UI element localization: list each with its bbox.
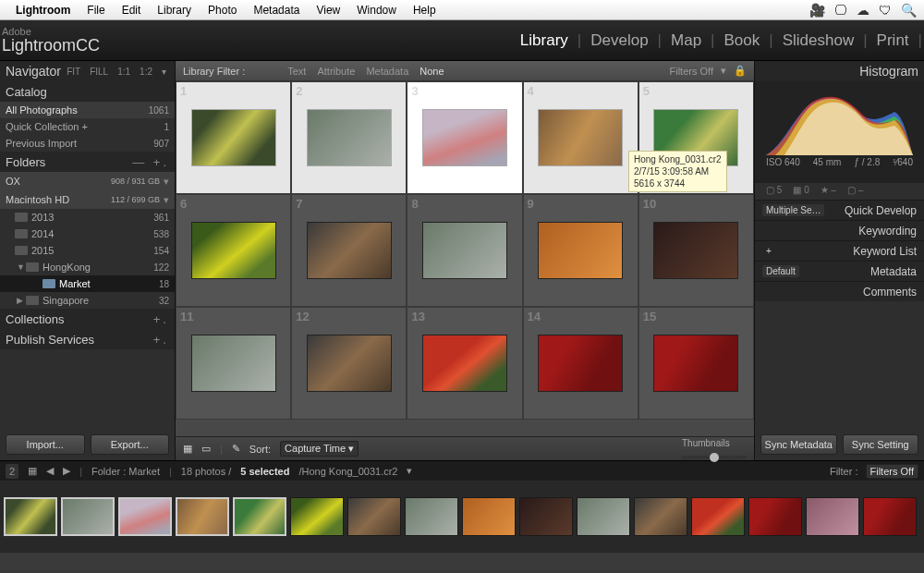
camera-icon[interactable]: 🎥	[809, 3, 825, 18]
sync-metadata-button[interactable]: Sync Metadata	[760, 434, 837, 455]
comments-header[interactable]: Comments	[755, 281, 924, 301]
catalog-all[interactable]: All Photographs1061	[0, 102, 175, 118]
lock-icon[interactable]: 🔒	[734, 65, 747, 77]
grid-cell[interactable]: 4	[523, 81, 638, 194]
folders-plusminus[interactable]: — +.	[132, 155, 169, 169]
next-icon[interactable]: ▶	[63, 465, 70, 477]
painter-icon[interactable]: ✎	[232, 443, 240, 455]
grid-cell[interactable]: 7	[291, 194, 407, 307]
filmstrip-thumb[interactable]	[176, 497, 229, 536]
menu-window[interactable]: Window	[348, 4, 405, 17]
sync-settings-button[interactable]: Sync Setting	[843, 434, 919, 455]
filmstrip-thumb[interactable]	[519, 497, 573, 536]
breadcrumb[interactable]: Folder : Market	[91, 466, 160, 477]
folder-hongkong[interactable]: ▼HongKong122	[0, 259, 175, 275]
menu-help[interactable]: Help	[405, 4, 444, 17]
filmstrip-thumb[interactable]	[347, 497, 401, 536]
chevron-down-icon[interactable]: ▾	[164, 194, 169, 206]
filmstrip-thumb[interactable]	[4, 497, 57, 536]
grid-cell[interactable]: 2	[291, 81, 407, 194]
filmstrip-thumb[interactable]	[691, 497, 745, 536]
grid-cell[interactable]: 11	[176, 307, 291, 420]
filmstrip-thumb[interactable]	[405, 497, 458, 536]
module-develop[interactable]: Develop	[581, 31, 657, 50]
shield-icon[interactable]: 🛡	[879, 3, 892, 18]
folder-2013[interactable]: 2013361	[0, 209, 175, 226]
collections-plus[interactable]: +.	[153, 312, 169, 326]
filter-none[interactable]: None	[419, 66, 444, 77]
app-menu[interactable]: Lightroom	[7, 4, 79, 17]
quick-develop-header[interactable]: Multiple Se…Quick Develop	[755, 200, 924, 220]
filter-attribute[interactable]: Attribute	[317, 66, 355, 77]
filmstrip-thumb[interactable]	[748, 497, 802, 536]
keywording-header[interactable]: Keywording	[755, 220, 924, 240]
loupe-view-icon[interactable]: ▭	[201, 443, 211, 455]
folders-header[interactable]: Folders— +.	[0, 152, 175, 172]
secondary-display-icon[interactable]: 2	[6, 464, 18, 479]
grid-cell[interactable]: 15	[638, 307, 754, 420]
module-slideshow[interactable]: Slideshow	[773, 31, 864, 50]
navigator-header[interactable]: Navigator FIT FILL 1:1 1:2 ▾	[0, 61, 175, 81]
metadata-header[interactable]: DefaultMetadata	[755, 261, 924, 281]
grid-cell-current[interactable]: 3	[407, 81, 522, 194]
module-book[interactable]: Book	[715, 31, 770, 50]
filmstrip-thumb[interactable]	[462, 497, 516, 536]
thumbnail-size-slider[interactable]	[682, 456, 747, 459]
grid-cell[interactable]: 8	[407, 194, 522, 307]
opt-fit[interactable]: FIT	[64, 67, 83, 77]
prev-icon[interactable]: ◀	[46, 465, 54, 477]
folder-market[interactable]: Market18	[0, 275, 175, 292]
catalog-header[interactable]: Catalog	[0, 81, 175, 102]
menu-library[interactable]: Library	[149, 4, 200, 17]
opt-1-1[interactable]: 1:1	[115, 67, 133, 77]
chevron-down-icon[interactable]: ▾	[159, 67, 169, 77]
module-library[interactable]: Library	[511, 31, 578, 50]
module-map[interactable]: Map	[662, 31, 711, 50]
grid-cell[interactable]: 14	[523, 307, 638, 420]
histogram-header[interactable]: Histogram	[755, 61, 924, 81]
menu-photo[interactable]: Photo	[200, 4, 245, 17]
filmstrip-thumb[interactable]	[863, 497, 917, 536]
grid-view-icon[interactable]: ▦	[183, 443, 192, 455]
publish-header[interactable]: Publish Services+.	[0, 329, 175, 349]
keyword-list-header[interactable]: +Keyword List	[755, 240, 924, 261]
chevron-down-icon[interactable]: ▾	[721, 65, 726, 77]
filmstrip-thumb[interactable]	[290, 497, 344, 536]
filmstrip-thumb[interactable]	[233, 497, 286, 536]
cloud-icon[interactable]: ☁	[857, 3, 869, 18]
chevron-down-icon[interactable]: ▾	[407, 465, 412, 477]
chevron-down-icon[interactable]: ▾	[164, 176, 169, 188]
filter-metadata[interactable]: Metadata	[366, 66, 408, 77]
drive-ox[interactable]: OX908 / 931 GB▾	[0, 172, 175, 190]
filmstrip-thumb[interactable]	[634, 497, 687, 536]
grid-icon[interactable]: ▦	[28, 465, 37, 477]
import-button[interactable]: Import...	[6, 434, 85, 455]
menu-view[interactable]: View	[308, 4, 348, 17]
menu-file[interactable]: File	[79, 4, 113, 17]
catalog-quick[interactable]: Quick Collection +1	[0, 118, 175, 135]
folder-singapore[interactable]: ▶Singapore32	[0, 292, 175, 309]
grid-cell[interactable]: 9	[523, 194, 638, 307]
folder-2014[interactable]: 2014538	[0, 226, 175, 242]
export-button[interactable]: Export...	[91, 434, 170, 455]
filmstrip-thumb[interactable]	[61, 497, 115, 536]
filmstrip-thumb[interactable]	[118, 497, 172, 536]
filmstrip[interactable]	[0, 481, 924, 553]
opt-ratio[interactable]: 1:2	[137, 67, 155, 77]
module-print[interactable]: Print	[868, 31, 918, 50]
filter-text[interactable]: Text	[287, 66, 306, 77]
catalog-prev[interactable]: Previous Import907	[0, 135, 175, 152]
search-icon[interactable]: 🔍	[901, 3, 917, 18]
menu-edit[interactable]: Edit	[114, 4, 150, 17]
collections-header[interactable]: Collections+.	[0, 309, 175, 329]
drive-mac[interactable]: Macintosh HD112 / 699 GB▾	[0, 190, 175, 209]
grid-cell[interactable]: 13	[407, 307, 522, 420]
grid-cell[interactable]: 1	[176, 81, 291, 194]
opt-fill[interactable]: FILL	[87, 67, 111, 77]
grid-cell[interactable]: 6	[176, 194, 291, 307]
filters-off-label[interactable]: Filters Off	[670, 66, 713, 77]
filmstrip-thumb[interactable]	[577, 497, 630, 536]
menu-metadata[interactable]: Metadata	[245, 4, 308, 17]
grid-cell[interactable]: 10	[638, 194, 754, 307]
folder-2015[interactable]: 2015154	[0, 242, 175, 259]
